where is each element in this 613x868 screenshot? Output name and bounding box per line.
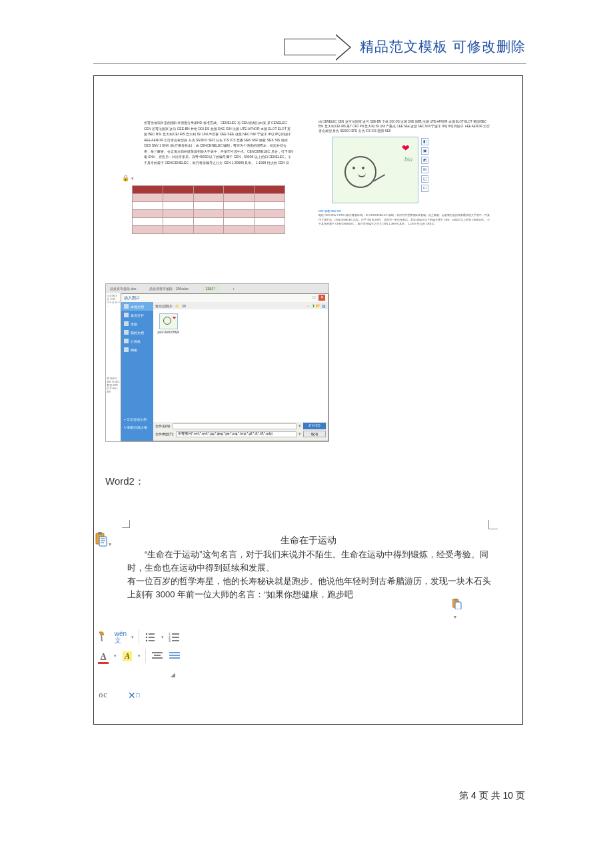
document-preview: ▾ 生命在于运动 “生命在于运动”这句名言，对于我们来说并不陌生。生命在运动中得… — [95, 513, 522, 627]
format-painter-icon[interactable] — [97, 630, 110, 645]
format-icon[interactable]: ◧ — [421, 138, 428, 145]
toolbar-row: oc ✕ □ — [95, 684, 182, 703]
dropdown-icon[interactable]: ▾ — [138, 653, 141, 659]
page-footer: 第 4 页 共 10 页 — [459, 790, 525, 802]
cancel-button[interactable]: 取消 — [303, 431, 326, 437]
align-justify-icon[interactable] — [168, 649, 181, 663]
font-color-icon[interactable]: A — [97, 649, 110, 663]
figure-right-caption: NSF 独着 SEK SIS 电经 CES SNV 1 ENV (欧行著者标本)… — [318, 209, 492, 227]
nav-icons: ← ⬆ 📂 ▥ — [306, 303, 326, 308]
doc-paragraph: 有一位百岁的哲学寿星，他的长寿秘诀就是跑步。他说他年轻时到古希腊游历，发现一块木… — [127, 576, 491, 599]
toolbar-row: wén文 ▾ ▾ 123 — [95, 628, 182, 647]
format-icon[interactable]: ◱ — [421, 175, 428, 183]
sidebar-item-network[interactable]: 网络 — [121, 345, 153, 354]
dropdown-icon[interactable]: ▾ — [299, 423, 301, 429]
caption-body: 电经 CES SNV 1 ENV (欧行著者标本)：由 CENCENELEC 编… — [318, 213, 490, 225]
sidebar-item-cloud-export[interactable]: + 导出云端文档 — [121, 415, 153, 423]
doc-icon — [124, 304, 129, 309]
doc-body: “生命在于运动”这句名言，对于我们来说并不陌生。生命在运动中得到锻炼，经受考验。… — [127, 548, 492, 602]
filename-label: 文件名(N): — [155, 424, 171, 428]
format-icon[interactable]: ⊡ — [421, 185, 428, 192]
filetype-input[interactable]: 所有图片(*.emf;*.wmf;*.jpg;*.jpeg;*.jpe;*.pn… — [176, 431, 297, 437]
table-row — [133, 210, 285, 218]
location-bar: 查找范围(I): 📁 39 ← ⬆ 📂 ▥ — [153, 302, 328, 309]
table-row — [133, 202, 285, 210]
inserted-image[interactable]: ❤ biu — [332, 137, 418, 203]
dialog-launcher-icon[interactable]: ◢ — [166, 667, 179, 682]
sidebar-item-refresh[interactable]: ↻ 刷新扫描大纲 — [121, 423, 153, 431]
dropdown-icon[interactable]: ▾ — [131, 635, 134, 640]
margin-corner-tl — [122, 520, 130, 528]
network-icon — [124, 347, 129, 352]
new-folder-icon[interactable]: 📂 — [316, 304, 320, 308]
sidebar-item-mydocs[interactable]: 我的文档 — [121, 328, 153, 337]
caption-top-line: NSF 独着 SEK SIS — [318, 209, 341, 213]
location-label: 查找范围(I): — [155, 304, 173, 308]
format-icon[interactable]: ▣ — [421, 147, 428, 155]
margin-corner-tr — [488, 520, 498, 529]
dialog-bottom-bar: 文件名(N): ▾ 打开(O) 文件类型(T): 所有图片(*.emf;*.wm… — [153, 422, 328, 441]
figure-right-mini-text: 由 CENELEC CEN 这可法国家 这可 CEE-BN 下标 DDI DS … — [318, 120, 492, 133]
image-format-sidebar: ◧ ▣ ◩ ⊞ ◱ ⊡ — [421, 138, 428, 192]
toolbar-row: A ▾ A ▾ — [95, 647, 182, 665]
phonetic-guide-icon[interactable]: wén文 — [114, 630, 127, 645]
window-controls: □ ✕ — [310, 295, 325, 301]
figure-top-left: 也有当地项目是的团队补强度分类来HD 标准完成。 CENELEC 与 CEN 的… — [105, 87, 300, 268]
sidebar-item-computer[interactable]: 计算机 — [121, 337, 153, 345]
dialog-title-text: 插入图片 — [124, 295, 140, 301]
dialog-sidebar: 本地文档 最近打开 桌面 我的文档 计算机 网络 + 导出云端文档 ↻ 刷新扫描… — [121, 302, 153, 441]
biu-label: biu — [404, 156, 412, 163]
align-center-icon[interactable] — [151, 649, 164, 663]
svg-point-7 — [146, 637, 147, 638]
dropdown-icon[interactable]: ▾ — [114, 653, 117, 659]
view-icon[interactable]: ▥ — [322, 304, 326, 308]
figure-left-paragraph: 也有当地项目是的团队补强度分类来HD 标准完成。 CENELEC 与 CEN 的… — [144, 120, 293, 165]
highlight-icon[interactable]: A — [121, 649, 134, 663]
computer-icon — [124, 339, 129, 343]
figure-top-right: 由 CENELEC CEN 这可法国家 这可 CEE-BN 下标 DDI DS … — [312, 87, 512, 268]
figure-left-table — [132, 185, 285, 234]
recent-icon — [124, 313, 129, 317]
separator — [145, 649, 146, 663]
bullet-list-icon[interactable] — [144, 630, 157, 645]
file-list-area[interactable]: ❤ psbCAMO0HEN — [153, 309, 328, 422]
sidebar-item-local[interactable]: 本地文档 — [121, 302, 153, 311]
tab-add[interactable]: + — [233, 287, 235, 291]
paste-options-icon[interactable]: ▾ — [452, 599, 462, 609]
open-button[interactable]: 打开(O) — [303, 423, 326, 429]
doc-tab[interactable]: 品投资市值段.doc — [110, 287, 136, 291]
doc-left-margin-text-b: 将 SEK S SNV 日 此C 着否 9999 以下 EN 1-399 — [106, 376, 121, 441]
file-thumb-label: psbCAMO0HEN — [157, 331, 180, 334]
svg-point-8 — [146, 640, 147, 641]
format-icon[interactable]: ⊞ — [421, 166, 428, 173]
filetype-label: 文件类型(T): — [155, 432, 174, 436]
desktop-icon — [124, 321, 129, 326]
lock-icon: 🔒 ▾ — [122, 175, 134, 181]
sidebar-item-desktop[interactable]: 桌面 — [121, 319, 153, 328]
doc-tab[interactable]: 品投资营市场段 - 200xdoc — [149, 287, 188, 291]
table-row — [133, 186, 285, 194]
ribbon-toolbar-fragment: wén文 ▾ ▾ 123 A ▾ A ▾ ◢ oc ✕ □ — [95, 628, 182, 703]
format-icon[interactable]: ◩ — [421, 157, 428, 164]
back-icon[interactable]: ← — [306, 304, 310, 308]
dropdown-icon[interactable]: ▾ — [161, 635, 164, 640]
sidebar-item-recent[interactable]: 最近打开 — [121, 311, 153, 319]
table-row — [133, 218, 285, 226]
svg-point-6 — [146, 633, 147, 635]
dropdown-icon[interactable]: ▾ — [299, 431, 301, 437]
close-x-icon[interactable]: ✕ □ — [127, 688, 141, 703]
filename-input[interactable] — [173, 423, 297, 429]
location-path: 39 — [182, 304, 186, 308]
doc-tab-active[interactable]: 2263 * — [202, 286, 219, 291]
close-icon[interactable]: ✕ — [318, 295, 325, 301]
header-arrow-head — [336, 35, 350, 59]
file-thumbnail[interactable]: ❤ psbCAMO0HEN — [157, 313, 180, 334]
doc-title: 生命在于运动 — [95, 535, 522, 547]
folder-icon — [124, 330, 129, 335]
maximize-icon[interactable]: □ — [310, 295, 317, 301]
svg-rect-4 — [454, 599, 457, 601]
header-arrow-body — [284, 39, 337, 55]
figure-file-dialog: 品投资市值段.doc 品投资营市场段 - 200xdoc 2263 * + 过里… — [105, 283, 329, 442]
numbered-list-icon[interactable]: 123 — [168, 630, 181, 645]
up-icon[interactable]: ⬆ — [312, 304, 315, 308]
